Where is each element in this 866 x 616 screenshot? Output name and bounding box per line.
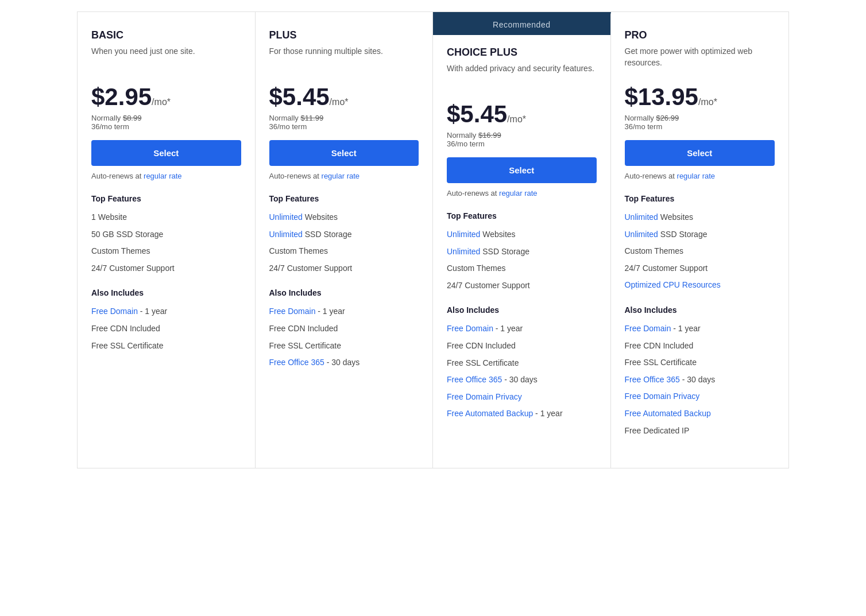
also-includes-item: Free Automated Backup: [625, 405, 775, 423]
top-feature-item: 24/7 Customer Support: [269, 260, 419, 277]
plan-col-pro: PROGet more power with optimized web res…: [611, 12, 789, 468]
also-includes-item: Free Dedicated IP: [625, 423, 775, 440]
top-features-title-pro: Top Features: [625, 194, 775, 203]
price-term-pro: 36/mo term: [625, 122, 775, 131]
also-includes-item: Free CDN Included: [625, 338, 775, 355]
price-main-plus: $5.45/mo*: [269, 85, 419, 109]
plan-desc-plus: For those running multiple sites.: [269, 46, 419, 73]
also-includes-item: Free SSL Certificate: [625, 354, 775, 371]
include-link[interactable]: Free Domain Privacy: [447, 392, 522, 401]
also-includes-title-choice-plus: Also Includes: [447, 305, 597, 315]
select-button-basic[interactable]: Select: [91, 140, 241, 166]
per-mo-pro: /mo*: [698, 97, 717, 107]
pricing-wrapper: BASICWhen you need just one site.$2.95/m…: [65, 0, 801, 480]
top-feature-item: Optimized CPU Resources: [625, 277, 775, 294]
per-mo-choice-plus: /mo*: [507, 114, 526, 124]
feature-link[interactable]: Optimized CPU Resources: [625, 280, 721, 289]
top-feature-item: Unlimited SSD Storage: [447, 243, 597, 261]
plan-col-choice-plus: RecommendedCHOICE PLUSWith added privacy…: [433, 12, 611, 468]
include-link[interactable]: Free Automated Backup: [447, 409, 533, 418]
price-term-basic: 36/mo term: [91, 122, 241, 131]
top-feature-item: 24/7 Customer Support: [625, 260, 775, 277]
top-feature-item: Unlimited Websites: [447, 226, 597, 243]
feature-link[interactable]: Unlimited: [269, 212, 303, 222]
top-feature-item: 50 GB SSD Storage: [91, 226, 241, 243]
plan-desc-pro: Get more power with optimized web resour…: [625, 46, 775, 73]
auto-renew-plus: Auto-renews at regular rate: [269, 172, 419, 180]
select-button-choice-plus[interactable]: Select: [447, 157, 597, 183]
top-feature-item: Unlimited SSD Storage: [625, 226, 775, 243]
top-features-list-pro: Unlimited WebsitesUnlimited SSD StorageC…: [625, 209, 775, 294]
also-includes-list-basic: Free Domain - 1 yearFree CDN IncludedFre…: [91, 303, 241, 354]
also-includes-item: Free Domain Privacy: [447, 389, 597, 406]
feature-link[interactable]: Unlimited: [625, 212, 658, 222]
feature-link[interactable]: Unlimited: [447, 230, 480, 239]
top-feature-item: Unlimited Websites: [625, 209, 775, 226]
price-block-plus: $5.45/mo*: [269, 85, 419, 109]
price-normal-pro: Normally $26.99: [625, 114, 775, 122]
select-button-pro[interactable]: Select: [625, 140, 775, 166]
plan-name-choice-plus: CHOICE PLUS: [447, 47, 597, 59]
also-includes-item: Free Office 365 - 30 days: [269, 354, 419, 371]
top-feature-item: 24/7 Customer Support: [91, 260, 241, 277]
also-includes-item: Free Automated Backup - 1 year: [447, 405, 597, 423]
top-features-title-basic: Top Features: [91, 194, 241, 203]
also-includes-item: Free Domain - 1 year: [447, 320, 597, 338]
price-block-basic: $2.95/mo*: [91, 85, 241, 109]
also-includes-item: Free CDN Included: [447, 338, 597, 355]
select-button-plus[interactable]: Select: [269, 140, 419, 166]
include-link[interactable]: Free Domain: [269, 307, 316, 316]
price-normal-plus: Normally $11.99: [269, 114, 419, 122]
recommended-badge: Recommended: [433, 14, 610, 35]
include-link[interactable]: Free Automated Backup: [625, 409, 711, 418]
also-includes-item: Free CDN Included: [91, 320, 241, 338]
also-includes-item: Free SSL Certificate: [269, 338, 419, 355]
plan-header-plus: PLUSFor those running multiple sites.: [269, 29, 419, 73]
also-includes-item: Free CDN Included: [269, 320, 419, 338]
pricing-grid: BASICWhen you need just one site.$2.95/m…: [77, 11, 789, 468]
also-includes-list-pro: Free Domain - 1 yearFree CDN IncludedFre…: [625, 320, 775, 439]
feature-link[interactable]: Unlimited: [447, 247, 480, 256]
include-link[interactable]: Free Domain: [625, 324, 671, 333]
top-features-list-plus: Unlimited WebsitesUnlimited SSD StorageC…: [269, 209, 419, 277]
also-includes-item: Free Domain - 1 year: [269, 303, 419, 320]
also-includes-title-plus: Also Includes: [269, 288, 419, 297]
auto-renew-basic: Auto-renews at regular rate: [91, 172, 241, 180]
also-includes-list-plus: Free Domain - 1 yearFree CDN IncludedFre…: [269, 303, 419, 371]
top-features-title-plus: Top Features: [269, 194, 419, 203]
auto-renew-pro: Auto-renews at regular rate: [625, 172, 775, 180]
auto-renew-choice-plus: Auto-renews at regular rate: [447, 189, 597, 197]
regular-rate-link-plus[interactable]: regular rate: [322, 172, 359, 180]
also-includes-item: Free Domain - 1 year: [91, 303, 241, 320]
plan-desc-basic: When you need just one site.: [91, 46, 241, 73]
include-link[interactable]: Free Office 365: [269, 358, 324, 367]
plan-col-plus: PLUSFor those running multiple sites.$5.…: [256, 12, 434, 468]
include-link[interactable]: Free Office 365: [625, 375, 680, 384]
plan-col-basic: BASICWhen you need just one site.$2.95/m…: [78, 12, 256, 468]
include-link[interactable]: Free Domain: [447, 324, 493, 333]
regular-rate-link-choice-plus[interactable]: regular rate: [499, 189, 537, 197]
plan-name-basic: BASIC: [91, 29, 241, 41]
regular-rate-link-basic[interactable]: regular rate: [144, 172, 181, 180]
per-mo-basic: /mo*: [152, 97, 171, 107]
plan-name-pro: PRO: [625, 29, 775, 41]
price-normal-basic: Normally $8.99: [91, 114, 241, 122]
top-feature-item: Unlimited Websites: [269, 209, 419, 226]
top-feature-item: Unlimited SSD Storage: [269, 226, 419, 243]
also-includes-item: Free Office 365 - 30 days: [625, 371, 775, 389]
feature-link[interactable]: Unlimited: [269, 230, 303, 239]
also-includes-item: Free Office 365 - 30 days: [447, 371, 597, 389]
include-link[interactable]: Free Domain: [91, 307, 138, 316]
plan-desc-choice-plus: With added privacy and security features…: [447, 63, 597, 91]
top-feature-item: 24/7 Customer Support: [447, 277, 597, 295]
include-link[interactable]: Free Domain Privacy: [625, 392, 700, 401]
price-main-choice-plus: $5.45/mo*: [447, 102, 597, 126]
feature-link[interactable]: Unlimited: [625, 230, 658, 239]
include-link[interactable]: Free Office 365: [447, 375, 502, 384]
plan-name-plus: PLUS: [269, 29, 419, 41]
also-includes-item: Free SSL Certificate: [91, 338, 241, 355]
also-includes-list-choice-plus: Free Domain - 1 yearFree CDN IncludedFre…: [447, 320, 597, 423]
also-includes-title-pro: Also Includes: [625, 305, 775, 315]
regular-rate-link-pro[interactable]: regular rate: [677, 172, 715, 180]
price-main-pro: $13.95/mo*: [625, 85, 775, 109]
